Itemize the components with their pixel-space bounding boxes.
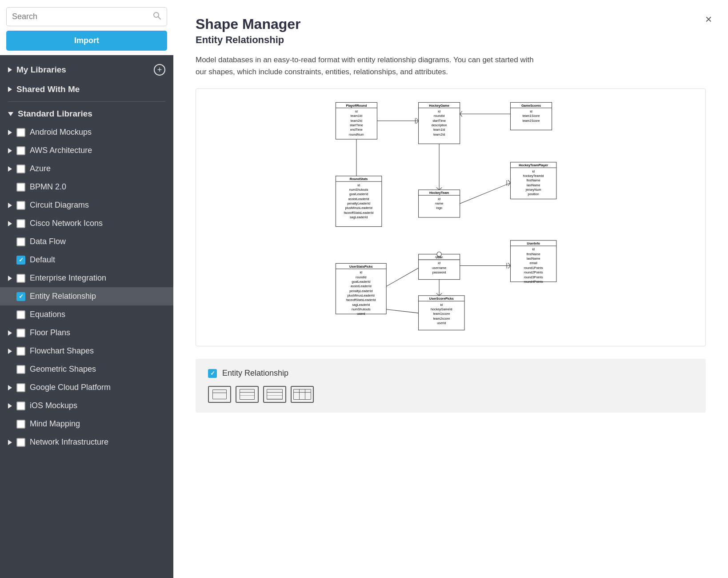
svg-text:username: username xyxy=(432,266,446,270)
svg-text:firstName: firstName xyxy=(527,179,540,183)
cisco-checkbox[interactable] xyxy=(16,219,25,228)
sidebar-item-enterprise-integration[interactable]: Enterprise Integration xyxy=(0,269,173,287)
svg-text:HockeyTeamPlayer: HockeyTeamPlayer xyxy=(519,164,548,168)
circuit-expand-icon xyxy=(8,203,12,208)
svg-text:id: id xyxy=(532,169,535,173)
svg-text:roundId: roundId xyxy=(434,114,445,118)
sidebar-item-android-mockups[interactable]: Android Mockups xyxy=(0,123,173,141)
sidebar-item-network-infrastructure[interactable]: Network Infrastructure xyxy=(0,433,173,451)
enterprise-checkbox[interactable] xyxy=(16,274,25,283)
close-button[interactable]: × xyxy=(705,13,712,25)
svg-text:team2Id: team2Id xyxy=(351,119,362,123)
svg-text:HockeyTeam: HockeyTeam xyxy=(429,191,449,195)
android-mockups-label: Android Mockups xyxy=(30,128,92,137)
ios-checkbox[interactable] xyxy=(16,401,25,410)
sidebar-item-aws-architecture[interactable]: AWS Architecture xyxy=(0,141,173,160)
equations-checkbox[interactable] xyxy=(16,310,25,319)
sidebar-list: My Libraries + Shared With Me Standard L… xyxy=(0,55,173,578)
svg-text:team2Id: team2Id xyxy=(433,132,445,136)
google-label: Google Cloud Platform xyxy=(30,383,111,392)
search-input[interactable] xyxy=(12,12,149,21)
bottom-library-row: Entity Relationship xyxy=(208,369,693,378)
svg-text:id: id xyxy=(355,109,358,113)
import-button[interactable]: Import xyxy=(6,31,167,51)
bpmn-label: BPMN 2.0 xyxy=(30,182,66,192)
search-bar-area: Import xyxy=(0,0,173,55)
panel-subtitle: Entity Relationship xyxy=(196,34,706,46)
google-checkbox[interactable] xyxy=(16,383,25,392)
panel-description: Model databases in an easy-to-read forma… xyxy=(196,54,542,78)
sidebar-item-my-libraries[interactable]: My Libraries + xyxy=(0,60,173,80)
sidebar-item-shared-with-me[interactable]: Shared With Me xyxy=(0,80,173,99)
sidebar-item-circuit-diagrams[interactable]: Circuit Diagrams xyxy=(0,196,173,214)
shape-icon-4[interactable] xyxy=(291,386,314,403)
shape-icons-row xyxy=(208,386,693,403)
equations-label: Equations xyxy=(30,310,65,319)
svg-text:userId: userId xyxy=(437,321,446,325)
shape-icon-3[interactable] xyxy=(263,386,286,403)
data-flow-checkbox[interactable] xyxy=(16,237,25,246)
floor-label: Floor Plans xyxy=(30,328,70,337)
azure-expand-icon xyxy=(8,166,12,172)
sidebar-item-azure[interactable]: Azure xyxy=(0,160,173,178)
aws-checkbox[interactable] xyxy=(16,146,25,155)
svg-text:password: password xyxy=(432,271,446,275)
search-input-wrap xyxy=(6,7,167,26)
geometric-checkbox[interactable] xyxy=(16,365,25,374)
sidebar-item-data-flow[interactable]: Data Flow xyxy=(0,233,173,251)
ios-label: iOS Mockups xyxy=(30,401,77,410)
sidebar-item-mind-mapping[interactable]: Mind Mapping xyxy=(0,415,173,433)
add-library-button[interactable]: + xyxy=(154,64,165,76)
default-checkbox[interactable] xyxy=(16,256,25,265)
svg-text:faceoffStatsLeaderId: faceoffStatsLeaderId xyxy=(346,298,376,302)
sidebar-item-flowchart[interactable]: Flowchart Shapes xyxy=(0,342,173,360)
sidebar-item-default[interactable]: Default xyxy=(0,251,173,269)
android-mockups-checkbox[interactable] xyxy=(16,128,25,137)
svg-text:faceoffStatsLeaderId: faceoffStatsLeaderId xyxy=(344,211,374,215)
svg-text:logo: logo xyxy=(436,206,442,210)
svg-text:email: email xyxy=(530,261,538,265)
bottom-section: Entity Relationship xyxy=(196,359,706,413)
data-flow-label: Data Flow xyxy=(30,237,66,246)
azure-checkbox[interactable] xyxy=(16,165,25,173)
sidebar-item-geometric[interactable]: Geometric Shapes xyxy=(0,360,173,378)
sidebar-item-google-cloud[interactable]: Google Cloud Platform xyxy=(0,378,173,397)
svg-text:lastName: lastName xyxy=(527,257,540,261)
shape-icon-1[interactable] xyxy=(208,386,231,403)
aws-label: AWS Architecture xyxy=(30,146,92,155)
shape-icon-2[interactable] xyxy=(236,386,259,403)
svg-line-1 xyxy=(158,17,160,19)
sidebar-standard-libraries-header[interactable]: Standard Libraries xyxy=(0,104,173,123)
cisco-label: Cisco Network Icons xyxy=(30,219,103,228)
svg-text:hockeyGameId: hockeyGameId xyxy=(431,307,452,311)
android-mockups-expand-icon xyxy=(8,130,12,135)
entity-relationship-checkbox[interactable] xyxy=(16,292,25,301)
flowchart-label: Flowchart Shapes xyxy=(30,346,94,356)
sidebar-item-ios[interactable]: iOS Mockups xyxy=(0,397,173,415)
sidebar-item-floor-plans[interactable]: Floor Plans xyxy=(0,324,173,342)
circuit-checkbox[interactable] xyxy=(16,201,25,210)
floor-expand-icon xyxy=(8,330,12,336)
svg-text:penaltyLeaderId: penaltyLeaderId xyxy=(347,201,370,205)
sidebar-item-bpmn[interactable]: BPMN 2.0 xyxy=(0,178,173,196)
sidebar-item-equations[interactable]: Equations xyxy=(0,305,173,324)
svg-line-110 xyxy=(386,268,418,286)
left-panel: Import My Libraries + Shared With Me Sta… xyxy=(0,0,173,578)
network-checkbox[interactable] xyxy=(16,438,25,447)
svg-text:roundId: roundId xyxy=(356,275,367,279)
ios-expand-icon xyxy=(8,403,12,409)
mind-mapping-checkbox[interactable] xyxy=(16,420,25,429)
my-libraries-label: My Libraries xyxy=(16,65,66,75)
sidebar-item-entity-relationship[interactable]: Entity Relationship xyxy=(0,287,173,305)
bpmn-checkbox[interactable] xyxy=(16,183,25,192)
svg-text:numShutouts: numShutouts xyxy=(349,188,368,192)
svg-text:firstName: firstName xyxy=(527,252,540,256)
floor-checkbox[interactable] xyxy=(16,329,25,337)
flowchart-checkbox[interactable] xyxy=(16,347,25,356)
svg-text:sagLeaderId: sagLeaderId xyxy=(350,215,368,219)
network-expand-icon xyxy=(8,440,12,445)
svg-text:roundNum: roundNum xyxy=(349,132,364,136)
bottom-entity-checkbox[interactable] xyxy=(208,369,217,378)
svg-point-73 xyxy=(437,252,441,257)
sidebar-item-cisco[interactable]: Cisco Network Icons xyxy=(0,214,173,233)
